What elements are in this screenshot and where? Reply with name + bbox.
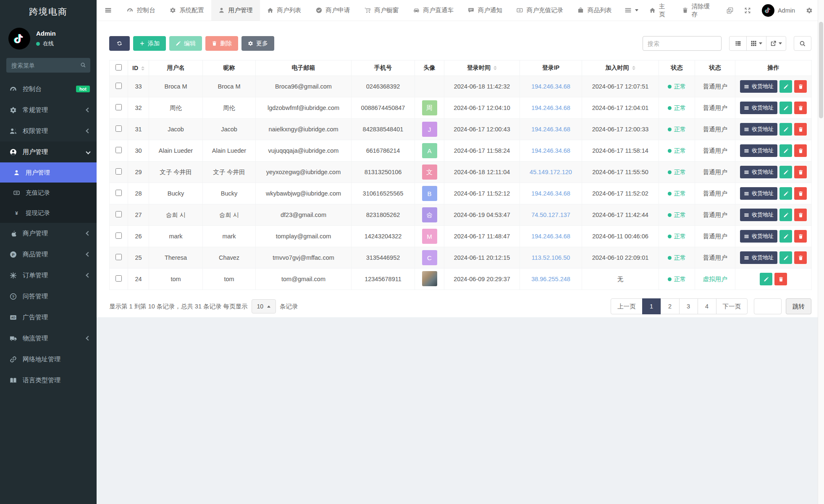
page-button-3[interactable]: 3 — [679, 298, 698, 314]
export-dropdown-button[interactable] — [766, 36, 786, 51]
page-size-dropdown[interactable]: 10 — [252, 299, 276, 313]
page-jump-input[interactable] — [754, 298, 782, 314]
tab-goods-list[interactable]: 商品列表 — [570, 0, 619, 21]
ip-link[interactable]: 38.96.255.248 — [531, 276, 570, 282]
tab-merchant-list[interactable]: 商户列表 — [260, 0, 309, 21]
tab-merchant-showcase[interactable]: 商户橱窗 — [357, 0, 406, 21]
next-page-button[interactable]: 下一页 — [716, 298, 748, 314]
sidebar-item-auth[interactable]: 权限管理 — [0, 120, 97, 141]
row-checkbox[interactable] — [115, 254, 122, 260]
row-edit-button[interactable] — [779, 209, 792, 221]
tab-system-config[interactable]: 系统配置 — [163, 0, 211, 21]
ip-link[interactable]: 74.50.127.137 — [531, 212, 570, 218]
prev-page-button[interactable]: 上一页 — [611, 298, 643, 314]
row-delete-button[interactable] — [794, 80, 807, 93]
filter-panel-button[interactable] — [729, 36, 747, 51]
row-edit-button[interactable] — [779, 123, 792, 136]
column-header-join_time[interactable]: 加入时间 — [582, 60, 659, 76]
sidebar-search-input[interactable] — [6, 58, 90, 73]
address-button[interactable]: 收货地址 — [740, 123, 777, 136]
ip-link[interactable]: 194.246.34.68 — [531, 233, 570, 240]
home-button[interactable]: 主页 — [644, 0, 677, 21]
sidebar-item-language-type[interactable]: 语言类型管理 — [0, 370, 97, 391]
address-button[interactable]: 收货地址 — [740, 230, 777, 243]
address-button[interactable]: 收货地址 — [740, 209, 777, 221]
list-menu-dropdown[interactable] — [619, 0, 644, 21]
row-edit-button[interactable] — [779, 251, 792, 264]
ip-link[interactable]: 194.246.34.68 — [531, 83, 570, 90]
tab-merchant-apply[interactable]: 商户申请 — [309, 0, 357, 21]
row-delete-button[interactable] — [794, 251, 807, 264]
column-header-id[interactable]: ID — [128, 60, 149, 76]
settings-button[interactable] — [800, 0, 818, 21]
row-checkbox[interactable] — [115, 190, 122, 196]
row-edit-button[interactable] — [779, 80, 792, 93]
address-button[interactable]: 收货地址 — [740, 80, 777, 93]
column-header-login_time[interactable]: 登录时间 — [444, 60, 520, 76]
sidebar-item-general[interactable]: 常规管理 — [0, 99, 97, 120]
profile-menu[interactable]: Admin — [756, 0, 800, 21]
page-button-2[interactable]: 2 — [661, 298, 680, 314]
row-edit-button[interactable] — [779, 166, 792, 178]
row-delete-button[interactable] — [794, 230, 807, 243]
tab-dashboard[interactable]: 控制台 — [120, 0, 163, 21]
sidebar-item-network-address[interactable]: 网络地址管理 — [0, 349, 97, 370]
row-delete-button[interactable] — [794, 123, 807, 136]
row-checkbox[interactable] — [115, 232, 122, 239]
edit-button[interactable]: 编辑 — [169, 36, 202, 51]
ip-link[interactable]: 194.246.34.68 — [531, 147, 570, 154]
sidebar-item-goods[interactable]: P商品管理 — [0, 244, 97, 265]
address-button[interactable]: 收货地址 — [740, 187, 777, 200]
tab-merchant-recharge[interactable]: 商户充值记录 — [509, 0, 570, 21]
sidebar-subitem-user-manage[interactable]: 用户管理 — [0, 162, 97, 183]
sidebar-item-dashboard[interactable]: 控制台hot — [0, 78, 97, 99]
clear-cache-button[interactable]: 清除缓存 — [677, 0, 721, 21]
row-delete-button[interactable] — [794, 187, 807, 200]
ip-link[interactable]: 113.52.106.50 — [532, 254, 570, 261]
row-edit-button[interactable] — [779, 144, 792, 157]
address-button[interactable]: 收货地址 — [740, 144, 777, 157]
row-edit-button[interactable] — [779, 187, 792, 200]
row-delete-button[interactable] — [774, 273, 787, 285]
row-edit-button[interactable] — [779, 102, 792, 114]
sidebar-subitem-withdraw-records[interactable]: ¥提现记录 — [0, 203, 97, 223]
ip-link[interactable]: 194.246.34.68 — [531, 190, 570, 197]
fullscreen-button[interactable] — [739, 0, 756, 21]
ip-link[interactable]: 194.246.34.68 — [531, 126, 570, 133]
row-checkbox[interactable] — [115, 168, 122, 175]
translate-button[interactable]: A — [721, 0, 739, 21]
row-checkbox[interactable] — [115, 147, 122, 153]
row-edit-button[interactable] — [760, 273, 772, 285]
scrollbar[interactable] — [818, 0, 824, 504]
row-delete-button[interactable] — [794, 166, 807, 178]
refresh-button[interactable] — [109, 36, 130, 51]
sidebar-toggle-button[interactable] — [97, 0, 120, 21]
sidebar-item-ads[interactable]: AD广告管理 — [0, 307, 97, 328]
select-all-checkbox[interactable] — [115, 64, 122, 71]
address-button[interactable]: 收货地址 — [740, 166, 777, 178]
row-delete-button[interactable] — [794, 209, 807, 221]
row-checkbox[interactable] — [115, 275, 122, 282]
row-delete-button[interactable] — [794, 144, 807, 157]
page-jump-button[interactable]: 跳转 — [786, 298, 811, 314]
row-checkbox[interactable] — [115, 83, 122, 89]
sidebar-item-qa[interactable]: ?问答管理 — [0, 286, 97, 307]
tab-merchant-express[interactable]: 商户直通车 — [406, 0, 461, 21]
search-submit-button[interactable] — [794, 36, 811, 51]
page-button-1[interactable]: 1 — [642, 298, 661, 314]
row-delete-button[interactable] — [794, 102, 807, 114]
scrollbar-thumb[interactable] — [819, 22, 823, 118]
sidebar-item-merchant[interactable]: 商户管理 — [0, 223, 97, 244]
sidebar-subitem-recharge-records[interactable]: 充值记录 — [0, 183, 97, 203]
tab-user-manage[interactable]: 用户管理 — [211, 0, 260, 21]
address-button[interactable]: 收货地址 — [740, 251, 777, 264]
row-checkbox[interactable] — [115, 104, 122, 110]
page-button-4[interactable]: 4 — [698, 298, 716, 314]
sidebar-item-user-group[interactable]: 用户管理 — [0, 141, 97, 162]
columns-dropdown-button[interactable] — [746, 36, 766, 51]
row-edit-button[interactable] — [779, 230, 792, 243]
table-search-input[interactable] — [643, 36, 722, 51]
ip-link[interactable]: 194.246.34.68 — [531, 104, 570, 111]
ip-link[interactable]: 45.149.172.120 — [530, 169, 572, 175]
address-button[interactable]: 收货地址 — [740, 102, 777, 114]
